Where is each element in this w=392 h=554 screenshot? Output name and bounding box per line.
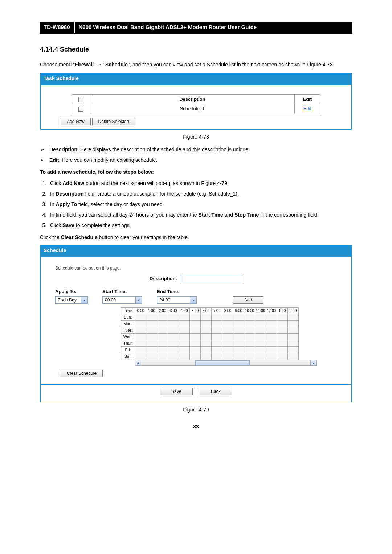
grid-cell[interactable] [212, 334, 222, 340]
grid-cell[interactable] [157, 327, 168, 334]
apply-to-select[interactable]: Each Day ▾ [55, 296, 88, 304]
grid-cell[interactable] [179, 314, 190, 321]
grid-cell[interactable] [277, 327, 288, 334]
grid-cell[interactable] [146, 321, 157, 327]
grid-cell[interactable] [179, 334, 190, 340]
grid-cell[interactable] [157, 353, 168, 360]
grid-cell[interactable] [288, 314, 299, 321]
grid-cell[interactable] [212, 340, 222, 347]
grid-cell[interactable] [212, 314, 222, 321]
delete-selected-button[interactable]: Delete Selected [92, 118, 135, 125]
grid-cell[interactable] [201, 353, 212, 360]
grid-cell[interactable] [233, 340, 244, 347]
grid-cell[interactable] [190, 327, 201, 334]
grid-cell[interactable] [190, 334, 201, 340]
end-time-select[interactable]: 24:00 ▾ [157, 296, 197, 304]
grid-cell[interactable] [288, 347, 299, 353]
grid-cell[interactable] [244, 340, 255, 347]
grid-cell[interactable] [146, 347, 157, 353]
grid-cell[interactable] [244, 327, 255, 334]
grid-cell[interactable] [266, 347, 277, 353]
grid-cell[interactable] [277, 314, 288, 321]
grid-cell[interactable] [146, 314, 157, 321]
grid-cell[interactable] [222, 321, 233, 327]
clear-schedule-button[interactable]: Clear Schedule [61, 370, 103, 377]
grid-cell[interactable] [201, 314, 212, 321]
grid-cell[interactable] [255, 334, 266, 340]
grid-cell[interactable] [201, 340, 212, 347]
grid-cell[interactable] [244, 353, 255, 360]
grid-cell[interactable] [190, 321, 201, 327]
horizontal-scrollbar[interactable]: ◂ ▸ [135, 360, 317, 366]
grid-cell[interactable] [222, 334, 233, 340]
grid-cell[interactable] [212, 347, 222, 353]
grid-cell[interactable] [266, 340, 277, 347]
checkbox-icon[interactable] [78, 97, 83, 102]
scroll-left-icon[interactable]: ◂ [135, 360, 141, 365]
select-all-header[interactable] [72, 94, 90, 104]
grid-cell[interactable] [244, 347, 255, 353]
grid-cell[interactable] [179, 353, 190, 360]
grid-cell[interactable] [168, 340, 179, 347]
grid-cell[interactable] [222, 340, 233, 347]
back-button[interactable]: Back [200, 388, 232, 395]
grid-cell[interactable] [146, 353, 157, 360]
grid-cell[interactable] [288, 340, 299, 347]
grid-cell[interactable] [168, 321, 179, 327]
grid-cell[interactable] [179, 340, 190, 347]
grid-cell[interactable] [168, 334, 179, 340]
grid-cell[interactable] [233, 347, 244, 353]
grid-cell[interactable] [255, 321, 266, 327]
grid-cell[interactable] [233, 314, 244, 321]
grid-cell[interactable] [212, 321, 222, 327]
grid-cell[interactable] [233, 327, 244, 334]
grid-cell[interactable] [212, 327, 222, 334]
add-button[interactable]: Add [233, 296, 263, 304]
grid-cell[interactable] [157, 340, 168, 347]
grid-cell[interactable] [135, 347, 146, 353]
grid-cell[interactable] [233, 353, 244, 360]
grid-cell[interactable] [190, 347, 201, 353]
grid-cell[interactable] [222, 314, 233, 321]
grid-cell[interactable] [201, 321, 212, 327]
grid-cell[interactable] [157, 321, 168, 327]
grid-cell[interactable] [277, 353, 288, 360]
grid-cell[interactable] [168, 327, 179, 334]
grid-cell[interactable] [146, 334, 157, 340]
grid-cell[interactable] [288, 353, 299, 360]
grid-cell[interactable] [255, 314, 266, 321]
grid-cell[interactable] [179, 327, 190, 334]
grid-cell[interactable] [277, 347, 288, 353]
edit-link[interactable]: Edit [303, 106, 311, 111]
grid-cell[interactable] [266, 334, 277, 340]
grid-cell[interactable] [277, 321, 288, 327]
grid-cell[interactable] [277, 334, 288, 340]
grid-cell[interactable] [157, 347, 168, 353]
grid-cell[interactable] [135, 340, 146, 347]
grid-cell[interactable] [244, 314, 255, 321]
save-button[interactable]: Save [160, 388, 192, 395]
grid-cell[interactable] [201, 327, 212, 334]
grid-cell[interactable] [288, 321, 299, 327]
grid-cell[interactable] [190, 314, 201, 321]
grid-cell[interactable] [168, 353, 179, 360]
grid-cell[interactable] [233, 321, 244, 327]
grid-cell[interactable] [255, 327, 266, 334]
grid-cell[interactable] [222, 327, 233, 334]
grid-cell[interactable] [288, 327, 299, 334]
grid-cell[interactable] [157, 334, 168, 340]
grid-cell[interactable] [277, 340, 288, 347]
grid-cell[interactable] [135, 334, 146, 340]
grid-cell[interactable] [168, 314, 179, 321]
description-input[interactable] [181, 275, 242, 282]
grid-cell[interactable] [190, 340, 201, 347]
start-time-select[interactable]: 00:00 ▾ [102, 296, 142, 304]
grid-cell[interactable] [255, 353, 266, 360]
grid-cell[interactable] [244, 334, 255, 340]
add-new-button[interactable]: Add New [61, 118, 91, 125]
scroll-right-icon[interactable]: ▸ [310, 360, 316, 365]
grid-cell[interactable] [255, 340, 266, 347]
grid-cell[interactable] [179, 321, 190, 327]
grid-cell[interactable] [266, 327, 277, 334]
grid-cell[interactable] [179, 347, 190, 353]
